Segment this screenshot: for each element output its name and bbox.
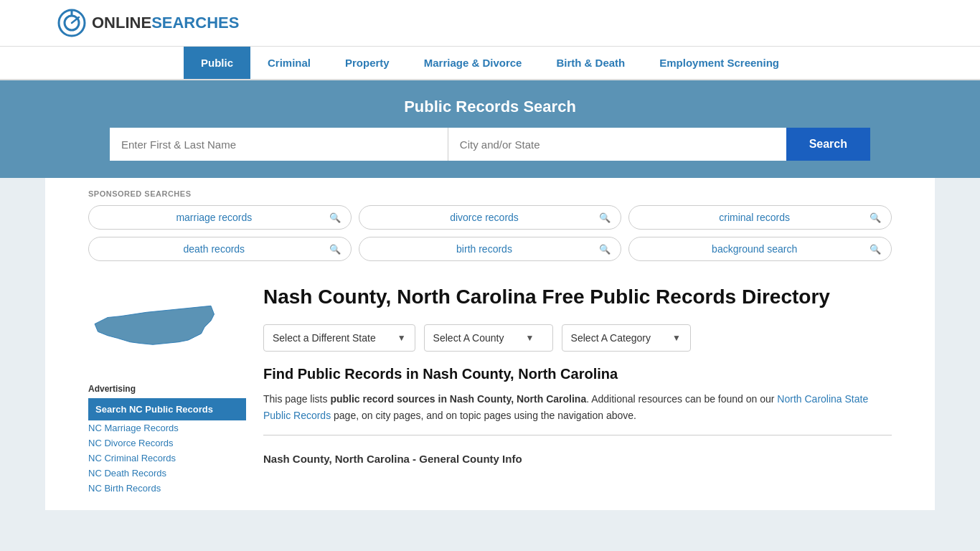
state-map (88, 284, 246, 372)
sponsored-pill-birth[interactable]: birth records 🔍 (359, 237, 622, 261)
nav-item-marriage-divorce[interactable]: Marriage & Divorce (407, 47, 540, 79)
sponsored-pill-background[interactable]: background search 🔍 (628, 237, 892, 261)
find-section: Find Public Records in Nash County, Nort… (263, 366, 892, 468)
nc-map-svg (88, 284, 217, 370)
search-icon-2: 🔍 (599, 212, 611, 223)
dropdown-row: Select a Different State ▼ Select A Coun… (263, 324, 892, 352)
nav-item-birth-death[interactable]: Birth & Death (539, 47, 642, 79)
nav-item-property[interactable]: Property (328, 47, 407, 79)
sponsored-label: SPONSORED SEARCHES (88, 189, 892, 198)
logo-icon (57, 9, 86, 37)
logo: ONLINESEARCHES (57, 9, 239, 37)
search-banner-title: Public Records Search (57, 98, 923, 116)
nav-item-employment[interactable]: Employment Screening (642, 47, 796, 79)
sidebar-link-birth[interactable]: NC Birth Records (88, 481, 246, 496)
sponsored-grid: marriage records 🔍 divorce records 🔍 cri… (88, 205, 892, 261)
search-banner: Public Records Search Search (0, 80, 980, 178)
search-form: Search (110, 128, 870, 161)
page-title: Nash County, North Carolina Free Public … (263, 284, 892, 310)
sponsored-pill-marriage[interactable]: marriage records 🔍 (88, 205, 352, 230)
name-input[interactable] (110, 128, 448, 161)
article: Nash County, North Carolina Free Public … (263, 284, 892, 496)
state-dropdown[interactable]: Select a Different State ▼ (263, 324, 415, 352)
search-button[interactable]: Search (786, 128, 870, 161)
sponsored-pill-criminal[interactable]: criminal records 🔍 (628, 205, 892, 230)
sidebar: Advertising Search NC Public Records NC … (88, 284, 246, 496)
search-icon-1: 🔍 (329, 212, 341, 223)
sponsored-pill-death[interactable]: death records 🔍 (88, 237, 352, 261)
find-heading: Find Public Records in Nash County, Nort… (263, 366, 892, 382)
search-icon-5: 🔍 (599, 244, 611, 255)
sidebar-highlighted-link[interactable]: Search NC Public Records (88, 398, 246, 420)
county-dropdown-label: Select A County (433, 332, 504, 344)
chevron-down-icon-county: ▼ (525, 333, 534, 343)
county-info-heading: Nash County, North Carolina - General Co… (263, 447, 892, 468)
content-area: Advertising Search NC Public Records NC … (88, 270, 892, 510)
county-dropdown[interactable]: Select A County ▼ (424, 324, 553, 352)
state-dropdown-label: Select a Different State (273, 332, 376, 344)
find-body-bold: public record sources in Nash County, No… (330, 393, 586, 405)
sidebar-link-marriage[interactable]: NC Marriage Records (88, 420, 246, 435)
main-nav: Public Criminal Property Marriage & Divo… (0, 47, 980, 80)
sponsored-section: SPONSORED SEARCHES marriage records 🔍 di… (88, 178, 892, 270)
category-dropdown[interactable]: Select A Category ▼ (562, 324, 691, 352)
header: ONLINESEARCHES (0, 0, 980, 47)
nav-item-public[interactable]: Public (184, 47, 250, 79)
section-divider (263, 435, 892, 435)
chevron-down-icon-category: ▼ (672, 333, 681, 343)
sponsored-pill-divorce[interactable]: divorce records 🔍 (359, 205, 622, 230)
sidebar-link-divorce[interactable]: NC Divorce Records (88, 435, 246, 451)
logo-text: ONLINESEARCHES (92, 14, 239, 32)
location-input[interactable] (448, 128, 786, 161)
nav-item-criminal[interactable]: Criminal (250, 47, 328, 79)
search-icon-6: 🔍 (870, 244, 881, 255)
search-icon-4: 🔍 (329, 244, 341, 255)
sidebar-link-death[interactable]: NC Death Records (88, 466, 246, 481)
main-content: SPONSORED SEARCHES marriage records 🔍 di… (45, 178, 935, 510)
category-dropdown-label: Select A Category (571, 332, 651, 344)
search-icon-3: 🔍 (870, 212, 881, 223)
advertising-label: Advertising (88, 384, 246, 394)
sidebar-link-criminal[interactable]: NC Criminal Records (88, 451, 246, 466)
find-body: This page lists public record sources in… (263, 391, 892, 423)
chevron-down-icon-state: ▼ (397, 333, 406, 343)
